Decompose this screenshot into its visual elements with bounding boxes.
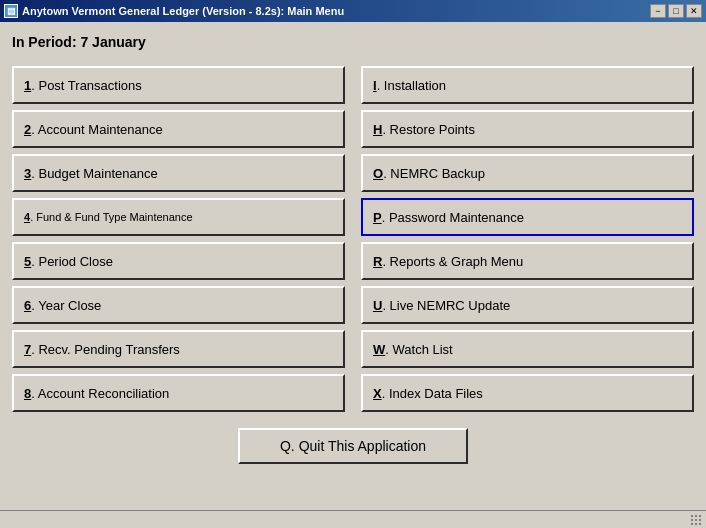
menu-btn-budget-maintenance[interactable]: 3. Budget Maintenance xyxy=(12,154,345,192)
btn-label-fund-maintenance: 4. Fund & Fund Type Maintenance xyxy=(24,211,193,223)
quit-button[interactable]: Q. Quit This Application xyxy=(238,428,468,464)
hotkey-watch-list: W xyxy=(373,342,385,357)
hotkey-reports-graph: R xyxy=(373,254,382,269)
btn-label-year-close: 6. Year Close xyxy=(24,298,101,313)
menu-btn-account-maintenance[interactable]: 2. Account Maintenance xyxy=(12,110,345,148)
btn-label-account-reconciliation: 8. Account Reconciliation xyxy=(24,386,169,401)
menu-btn-period-close[interactable]: 5. Period Close xyxy=(12,242,345,280)
btn-label-recv-pending: 7. Recv. Pending Transfers xyxy=(24,342,180,357)
btn-label-budget-maintenance: 3. Budget Maintenance xyxy=(24,166,158,181)
hotkey-nemrc-backup: O xyxy=(373,166,383,181)
right-column: I. InstallationH. Restore PointsO. NEMRC… xyxy=(361,66,694,412)
menu-btn-year-close[interactable]: 6. Year Close xyxy=(12,286,345,324)
hotkey-account-reconciliation: 8 xyxy=(24,386,31,401)
btn-label-post-transactions: 1. Post Transactions xyxy=(24,78,142,93)
menu-btn-index-data[interactable]: X. Index Data Files xyxy=(361,374,694,412)
menu-btn-account-reconciliation[interactable]: 8. Account Reconciliation xyxy=(12,374,345,412)
menu-btn-password-maintenance[interactable]: P. Password Maintenance xyxy=(361,198,694,236)
menu-btn-reports-graph[interactable]: R. Reports & Graph Menu xyxy=(361,242,694,280)
hotkey-recv-pending: 7 xyxy=(24,342,31,357)
quit-area: Q. Quit This Application xyxy=(12,428,694,464)
btn-label-reports-graph: R. Reports & Graph Menu xyxy=(373,254,523,269)
title-bar-left: ▤ Anytown Vermont General Ledger (Versio… xyxy=(4,4,344,18)
hotkey-year-close: 6 xyxy=(24,298,31,313)
app-icon: ▤ xyxy=(4,4,18,18)
btn-label-nemrc-backup: O. NEMRC Backup xyxy=(373,166,485,181)
btn-label-index-data: X. Index Data Files xyxy=(373,386,483,401)
hotkey-period-close: 5 xyxy=(24,254,31,269)
menu-btn-restore-points[interactable]: H. Restore Points xyxy=(361,110,694,148)
btn-label-period-close: 5. Period Close xyxy=(24,254,113,269)
btn-label-live-update: U. Live NEMRC Update xyxy=(373,298,510,313)
maximize-button[interactable]: □ xyxy=(668,4,684,18)
period-label: In Period: 7 January xyxy=(12,30,694,54)
hotkey-restore-points: H xyxy=(373,122,382,137)
btn-label-watch-list: W. Watch List xyxy=(373,342,453,357)
hotkey-installation: I xyxy=(373,78,377,93)
btn-label-password-maintenance: P. Password Maintenance xyxy=(373,210,524,225)
window-content: In Period: 7 January 1. Post Transaction… xyxy=(0,22,706,472)
btn-label-restore-points: H. Restore Points xyxy=(373,122,475,137)
menu-btn-recv-pending[interactable]: 7. Recv. Pending Transfers xyxy=(12,330,345,368)
menu-btn-live-update[interactable]: U. Live NEMRC Update xyxy=(361,286,694,324)
hotkey-password-maintenance: P xyxy=(373,210,382,225)
quit-hotkey: Q xyxy=(280,438,291,454)
menu-btn-post-transactions[interactable]: 1. Post Transactions xyxy=(12,66,345,104)
menu-btn-installation[interactable]: I. Installation xyxy=(361,66,694,104)
hotkey-budget-maintenance: 3 xyxy=(24,166,31,181)
title-bar: ▤ Anytown Vermont General Ledger (Versio… xyxy=(0,0,706,22)
status-bar xyxy=(0,510,706,528)
main-grid: 1. Post Transactions2. Account Maintenan… xyxy=(12,66,694,412)
menu-btn-fund-maintenance[interactable]: 4. Fund & Fund Type Maintenance xyxy=(12,198,345,236)
resize-grip xyxy=(690,514,702,526)
hotkey-post-transactions: 1 xyxy=(24,78,31,93)
hotkey-fund-maintenance: 4 xyxy=(24,211,30,223)
close-button[interactable]: ✕ xyxy=(686,4,702,18)
btn-label-installation: I. Installation xyxy=(373,78,446,93)
hotkey-live-update: U xyxy=(373,298,382,313)
minimize-button[interactable]: − xyxy=(650,4,666,18)
window-title: Anytown Vermont General Ledger (Version … xyxy=(22,5,344,17)
menu-btn-nemrc-backup[interactable]: O. NEMRC Backup xyxy=(361,154,694,192)
left-column: 1. Post Transactions2. Account Maintenan… xyxy=(12,66,345,412)
title-buttons: − □ ✕ xyxy=(650,4,702,18)
hotkey-index-data: X xyxy=(373,386,382,401)
menu-btn-watch-list[interactable]: W. Watch List xyxy=(361,330,694,368)
btn-label-account-maintenance: 2. Account Maintenance xyxy=(24,122,163,137)
hotkey-account-maintenance: 2 xyxy=(24,122,31,137)
